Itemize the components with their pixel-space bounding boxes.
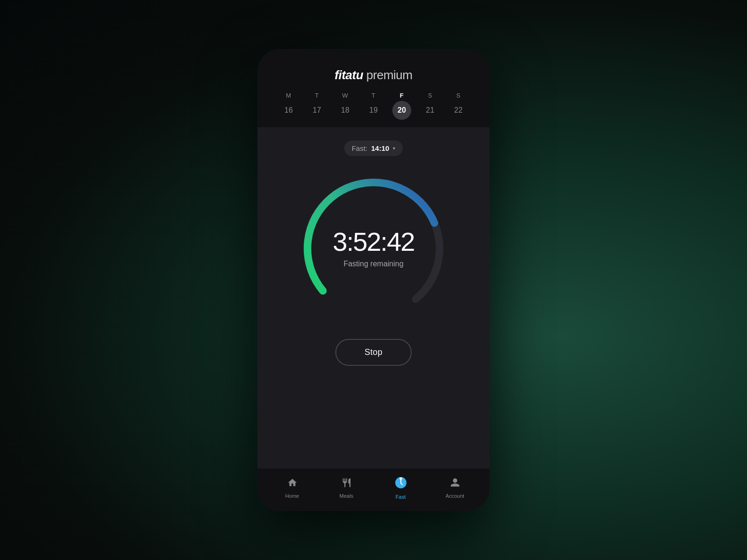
main-content: Fast: 14:10 ▾ 3:52:42	[257, 127, 490, 469]
day-sunday[interactable]: S 22	[446, 92, 471, 120]
timer-circle: 3:52:42 Fasting remaining	[298, 173, 449, 324]
nav-meals[interactable]: Meals	[330, 478, 363, 499]
day-saturday[interactable]: S 21	[418, 92, 442, 120]
day-wednesday[interactable]: W 18	[333, 92, 357, 120]
phone-frame: fitatu premium M 16 T 17 W 18 T 19 F	[257, 49, 490, 511]
day-tuesday[interactable]: T 17	[305, 92, 329, 120]
home-icon	[287, 478, 298, 491]
day-friday-active[interactable]: F 20	[390, 92, 414, 120]
fast-icon	[395, 477, 407, 492]
day-monday[interactable]: M 16	[276, 92, 301, 120]
timer-display: 3:52:42	[333, 229, 415, 255]
nav-account-label: Account	[446, 493, 465, 499]
day-selector: M 16 T 17 W 18 T 19 F 20 S 21	[269, 92, 478, 120]
fast-selector-label: Fast:	[352, 144, 367, 152]
nav-meals-label: Meals	[340, 493, 353, 499]
day-thursday[interactable]: T 19	[361, 92, 386, 120]
brand-name: fitatu	[335, 68, 364, 82]
nav-home[interactable]: Home	[276, 478, 309, 499]
header: fitatu premium M 16 T 17 W 18 T 19 F	[257, 49, 490, 127]
nav-fast-label: Fast	[396, 494, 406, 500]
nav-account[interactable]: Account	[439, 478, 472, 499]
timer-center: 3:52:42 Fasting remaining	[333, 229, 415, 268]
fasting-remaining-label: Fasting remaining	[333, 260, 415, 268]
nav-home-label: Home	[285, 493, 299, 499]
bottom-navigation: Home Meals Fast	[257, 469, 490, 511]
account-icon	[450, 478, 460, 491]
chevron-down-icon: ▾	[393, 146, 395, 151]
app-logo: fitatu premium	[269, 68, 478, 82]
svg-point-3	[399, 477, 402, 479]
meals-icon	[341, 478, 352, 491]
tier-name: premium	[366, 68, 413, 82]
nav-fast[interactable]: Fast	[384, 477, 417, 500]
